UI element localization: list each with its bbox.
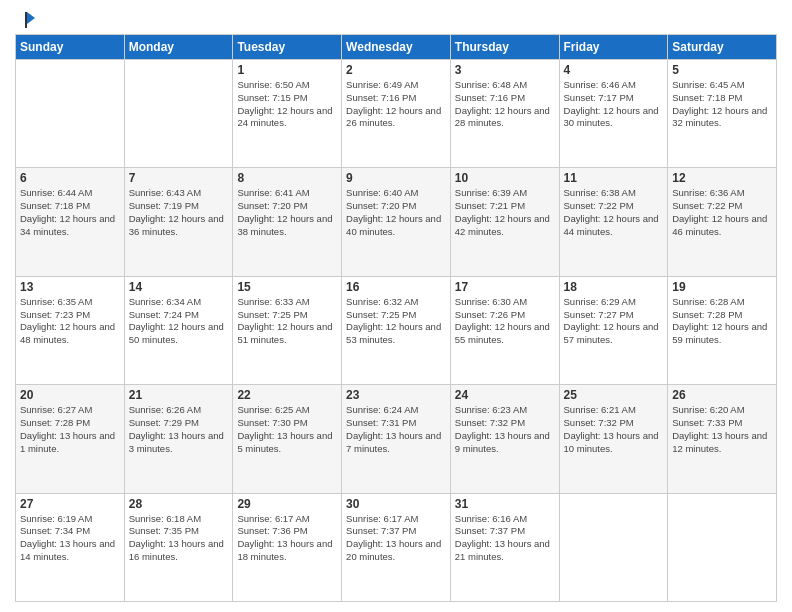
- calendar-cell-2-4: 9Sunrise: 6:40 AMSunset: 7:20 PMDaylight…: [342, 168, 451, 276]
- header: [15, 10, 777, 26]
- day-number: 17: [455, 280, 555, 294]
- day-number: 12: [672, 171, 772, 185]
- day-info: Sunrise: 6:34 AMSunset: 7:24 PMDaylight:…: [129, 296, 229, 347]
- day-info: Sunrise: 6:40 AMSunset: 7:20 PMDaylight:…: [346, 187, 446, 238]
- calendar-cell-5-2: 28Sunrise: 6:18 AMSunset: 7:35 PMDayligh…: [124, 493, 233, 601]
- day-info: Sunrise: 6:27 AMSunset: 7:28 PMDaylight:…: [20, 404, 120, 455]
- calendar-cell-2-6: 11Sunrise: 6:38 AMSunset: 7:22 PMDayligh…: [559, 168, 668, 276]
- day-number: 15: [237, 280, 337, 294]
- day-number: 1: [237, 63, 337, 77]
- svg-marker-0: [27, 12, 35, 24]
- day-number: 8: [237, 171, 337, 185]
- day-info: Sunrise: 6:49 AMSunset: 7:16 PMDaylight:…: [346, 79, 446, 130]
- day-info: Sunrise: 6:44 AMSunset: 7:18 PMDaylight:…: [20, 187, 120, 238]
- calendar-cell-4-1: 20Sunrise: 6:27 AMSunset: 7:28 PMDayligh…: [16, 385, 125, 493]
- weekday-header-tuesday: Tuesday: [233, 35, 342, 60]
- day-number: 29: [237, 497, 337, 511]
- weekday-header-wednesday: Wednesday: [342, 35, 451, 60]
- week-row-2: 6Sunrise: 6:44 AMSunset: 7:18 PMDaylight…: [16, 168, 777, 276]
- day-number: 3: [455, 63, 555, 77]
- day-info: Sunrise: 6:23 AMSunset: 7:32 PMDaylight:…: [455, 404, 555, 455]
- svg-rect-1: [25, 12, 27, 28]
- weekday-header-friday: Friday: [559, 35, 668, 60]
- calendar-cell-5-4: 30Sunrise: 6:17 AMSunset: 7:37 PMDayligh…: [342, 493, 451, 601]
- calendar-cell-5-1: 27Sunrise: 6:19 AMSunset: 7:34 PMDayligh…: [16, 493, 125, 601]
- calendar-cell-4-4: 23Sunrise: 6:24 AMSunset: 7:31 PMDayligh…: [342, 385, 451, 493]
- day-number: 19: [672, 280, 772, 294]
- day-number: 13: [20, 280, 120, 294]
- day-number: 18: [564, 280, 664, 294]
- calendar-cell-4-7: 26Sunrise: 6:20 AMSunset: 7:33 PMDayligh…: [668, 385, 777, 493]
- calendar-cell-1-4: 2Sunrise: 6:49 AMSunset: 7:16 PMDaylight…: [342, 60, 451, 168]
- day-info: Sunrise: 6:30 AMSunset: 7:26 PMDaylight:…: [455, 296, 555, 347]
- day-number: 2: [346, 63, 446, 77]
- day-info: Sunrise: 6:17 AMSunset: 7:37 PMDaylight:…: [346, 513, 446, 564]
- day-info: Sunrise: 6:35 AMSunset: 7:23 PMDaylight:…: [20, 296, 120, 347]
- calendar-cell-1-2: [124, 60, 233, 168]
- day-number: 4: [564, 63, 664, 77]
- day-number: 9: [346, 171, 446, 185]
- day-number: 24: [455, 388, 555, 402]
- calendar-cell-5-3: 29Sunrise: 6:17 AMSunset: 7:36 PMDayligh…: [233, 493, 342, 601]
- week-row-4: 20Sunrise: 6:27 AMSunset: 7:28 PMDayligh…: [16, 385, 777, 493]
- day-number: 11: [564, 171, 664, 185]
- calendar-cell-1-5: 3Sunrise: 6:48 AMSunset: 7:16 PMDaylight…: [450, 60, 559, 168]
- day-info: Sunrise: 6:33 AMSunset: 7:25 PMDaylight:…: [237, 296, 337, 347]
- day-info: Sunrise: 6:18 AMSunset: 7:35 PMDaylight:…: [129, 513, 229, 564]
- calendar-cell-3-2: 14Sunrise: 6:34 AMSunset: 7:24 PMDayligh…: [124, 276, 233, 384]
- calendar-cell-5-6: [559, 493, 668, 601]
- calendar-cell-2-2: 7Sunrise: 6:43 AMSunset: 7:19 PMDaylight…: [124, 168, 233, 276]
- day-number: 26: [672, 388, 772, 402]
- calendar-cell-2-7: 12Sunrise: 6:36 AMSunset: 7:22 PMDayligh…: [668, 168, 777, 276]
- day-number: 20: [20, 388, 120, 402]
- calendar-cell-1-7: 5Sunrise: 6:45 AMSunset: 7:18 PMDaylight…: [668, 60, 777, 168]
- day-number: 25: [564, 388, 664, 402]
- calendar-cell-4-6: 25Sunrise: 6:21 AMSunset: 7:32 PMDayligh…: [559, 385, 668, 493]
- weekday-header-monday: Monday: [124, 35, 233, 60]
- day-info: Sunrise: 6:25 AMSunset: 7:30 PMDaylight:…: [237, 404, 337, 455]
- day-number: 6: [20, 171, 120, 185]
- day-info: Sunrise: 6:36 AMSunset: 7:22 PMDaylight:…: [672, 187, 772, 238]
- day-number: 22: [237, 388, 337, 402]
- day-info: Sunrise: 6:38 AMSunset: 7:22 PMDaylight:…: [564, 187, 664, 238]
- day-number: 14: [129, 280, 229, 294]
- day-info: Sunrise: 6:41 AMSunset: 7:20 PMDaylight:…: [237, 187, 337, 238]
- day-number: 28: [129, 497, 229, 511]
- day-info: Sunrise: 6:20 AMSunset: 7:33 PMDaylight:…: [672, 404, 772, 455]
- calendar-cell-3-3: 15Sunrise: 6:33 AMSunset: 7:25 PMDayligh…: [233, 276, 342, 384]
- day-number: 7: [129, 171, 229, 185]
- weekday-header-sunday: Sunday: [16, 35, 125, 60]
- day-info: Sunrise: 6:19 AMSunset: 7:34 PMDaylight:…: [20, 513, 120, 564]
- day-info: Sunrise: 6:16 AMSunset: 7:37 PMDaylight:…: [455, 513, 555, 564]
- day-info: Sunrise: 6:24 AMSunset: 7:31 PMDaylight:…: [346, 404, 446, 455]
- calendar-cell-5-7: [668, 493, 777, 601]
- calendar-cell-2-5: 10Sunrise: 6:39 AMSunset: 7:21 PMDayligh…: [450, 168, 559, 276]
- calendar-table: SundayMondayTuesdayWednesdayThursdayFrid…: [15, 34, 777, 602]
- calendar-cell-2-1: 6Sunrise: 6:44 AMSunset: 7:18 PMDaylight…: [16, 168, 125, 276]
- day-number: 23: [346, 388, 446, 402]
- calendar-cell-3-6: 18Sunrise: 6:29 AMSunset: 7:27 PMDayligh…: [559, 276, 668, 384]
- calendar-cell-1-6: 4Sunrise: 6:46 AMSunset: 7:17 PMDaylight…: [559, 60, 668, 168]
- day-info: Sunrise: 6:46 AMSunset: 7:17 PMDaylight:…: [564, 79, 664, 130]
- calendar-cell-3-4: 16Sunrise: 6:32 AMSunset: 7:25 PMDayligh…: [342, 276, 451, 384]
- day-number: 30: [346, 497, 446, 511]
- calendar-cell-4-2: 21Sunrise: 6:26 AMSunset: 7:29 PMDayligh…: [124, 385, 233, 493]
- calendar-cell-1-3: 1Sunrise: 6:50 AMSunset: 7:15 PMDaylight…: [233, 60, 342, 168]
- week-row-1: 1Sunrise: 6:50 AMSunset: 7:15 PMDaylight…: [16, 60, 777, 168]
- calendar-cell-3-7: 19Sunrise: 6:28 AMSunset: 7:28 PMDayligh…: [668, 276, 777, 384]
- calendar-cell-1-1: [16, 60, 125, 168]
- page: SundayMondayTuesdayWednesdayThursdayFrid…: [0, 0, 792, 612]
- day-info: Sunrise: 6:28 AMSunset: 7:28 PMDaylight:…: [672, 296, 772, 347]
- day-info: Sunrise: 6:48 AMSunset: 7:16 PMDaylight:…: [455, 79, 555, 130]
- day-number: 31: [455, 497, 555, 511]
- day-info: Sunrise: 6:17 AMSunset: 7:36 PMDaylight:…: [237, 513, 337, 564]
- weekday-header-thursday: Thursday: [450, 35, 559, 60]
- day-number: 27: [20, 497, 120, 511]
- weekday-header-saturday: Saturday: [668, 35, 777, 60]
- day-info: Sunrise: 6:45 AMSunset: 7:18 PMDaylight:…: [672, 79, 772, 130]
- day-info: Sunrise: 6:26 AMSunset: 7:29 PMDaylight:…: [129, 404, 229, 455]
- logo-flag-icon: [17, 10, 37, 30]
- calendar-cell-4-5: 24Sunrise: 6:23 AMSunset: 7:32 PMDayligh…: [450, 385, 559, 493]
- day-info: Sunrise: 6:43 AMSunset: 7:19 PMDaylight:…: [129, 187, 229, 238]
- calendar-cell-4-3: 22Sunrise: 6:25 AMSunset: 7:30 PMDayligh…: [233, 385, 342, 493]
